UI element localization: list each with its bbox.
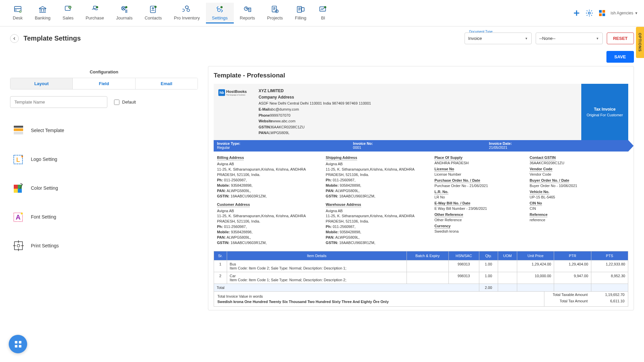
logo-setting-icon: L <box>12 153 25 166</box>
back-button[interactable] <box>10 34 19 43</box>
nav-filling[interactable]: Filling <box>289 3 312 23</box>
template-preview: Template - Professional hbHostBooks®The … <box>208 66 634 310</box>
nav-sales[interactable]: Sales <box>57 3 80 23</box>
color-setting-icon <box>12 182 25 194</box>
add-icon[interactable] <box>573 9 581 17</box>
save-button[interactable]: SAVE <box>606 51 634 63</box>
nav-projects[interactable]: Projects <box>261 3 289 23</box>
tab-layout[interactable]: Layout <box>10 78 72 89</box>
desk-icon <box>13 5 22 14</box>
nav-contacts[interactable]: Contacts <box>139 3 168 23</box>
svg-rect-14 <box>272 6 276 12</box>
inventory-icon <box>182 5 192 14</box>
default-checkbox[interactable]: Default <box>114 100 136 105</box>
svg-text:hb: hb <box>219 90 224 95</box>
top-nav: Desk Banking Sales Purchase Journals Con… <box>0 0 644 26</box>
page-title: Template Settings <box>23 35 465 42</box>
gear-icon[interactable] <box>585 9 593 17</box>
svg-point-10 <box>218 9 221 12</box>
purchase-icon <box>90 5 100 14</box>
journals-icon <box>120 5 129 14</box>
nav-proinventory[interactable]: Pro Inventory <box>168 3 206 23</box>
svg-rect-27 <box>14 132 23 134</box>
config-tabs: Layout Field Email <box>10 78 198 89</box>
svg-text:A: A <box>16 214 20 221</box>
svg-rect-16 <box>298 6 302 12</box>
menu-logo-setting[interactable]: LLogo Setting <box>10 145 198 174</box>
items-table: Sr.Item DetailsBatch & ExpiryHSN/SACQty.… <box>214 251 628 292</box>
nav-bi[interactable]: BI <box>312 3 334 23</box>
invoice-strip: Invoice Type:Regular Invoice No:0001 Inv… <box>214 140 628 152</box>
svg-rect-32 <box>14 189 18 193</box>
document-type-select[interactable]: Invoice <box>465 33 532 44</box>
nav-reports[interactable]: Reports <box>234 3 261 23</box>
svg-point-9 <box>154 6 157 8</box>
svg-rect-3 <box>93 6 96 8</box>
svg-point-19 <box>324 6 327 8</box>
svg-point-36 <box>21 213 23 215</box>
filling-icon <box>296 5 305 14</box>
svg-rect-21 <box>599 10 602 13</box>
menu-print-settings[interactable]: Print Settings <box>10 231 198 260</box>
bi-icon <box>318 5 328 14</box>
svg-rect-13 <box>249 8 251 12</box>
svg-text:HostBooks: HostBooks <box>226 89 247 94</box>
svg-rect-24 <box>602 13 605 16</box>
settings-icon <box>215 5 224 14</box>
svg-rect-30 <box>14 185 18 189</box>
options-tab[interactable]: OPTIONS <box>636 27 644 58</box>
projects-icon <box>270 5 280 14</box>
svg-rect-26 <box>14 128 23 131</box>
tab-email[interactable]: Email <box>135 78 198 89</box>
preview-title: Template - Professional <box>214 72 628 79</box>
svg-point-11 <box>220 6 223 8</box>
logo-icon: hbHostBooks®The language of business <box>218 88 252 136</box>
menu-select-template[interactable]: Select Template <box>10 116 198 145</box>
svg-rect-22 <box>602 10 605 13</box>
svg-point-38 <box>17 244 20 247</box>
banking-icon <box>38 5 47 14</box>
svg-point-8 <box>152 8 154 9</box>
apps-icon[interactable] <box>598 9 606 17</box>
nav-banking[interactable]: Banking <box>29 3 57 23</box>
svg-rect-23 <box>599 13 602 16</box>
template-name-input[interactable] <box>10 96 107 108</box>
second-select[interactable]: --None-- <box>536 33 603 44</box>
svg-text:L: L <box>16 157 20 163</box>
svg-point-20 <box>588 12 590 14</box>
contacts-icon <box>149 5 158 14</box>
nav-settings[interactable]: Settings <box>206 3 234 23</box>
reports-icon <box>243 5 252 14</box>
nav-journals[interactable]: Journals <box>110 3 139 23</box>
company-selector[interactable]: ish Agencies▾ <box>611 11 637 15</box>
menu-color-setting[interactable]: Color Setting <box>10 174 198 202</box>
svg-rect-25 <box>14 126 23 128</box>
sales-icon <box>63 5 73 14</box>
menu-font-setting[interactable]: AFont Setting <box>10 202 198 231</box>
svg-point-6 <box>125 6 127 8</box>
template-icon <box>12 124 25 137</box>
font-setting-icon: A <box>12 210 25 223</box>
svg-point-4 <box>96 6 98 8</box>
tab-field[interactable]: Field <box>72 78 135 89</box>
svg-text:The language of business: The language of business <box>226 94 246 96</box>
reset-button[interactable]: RESET <box>607 33 634 44</box>
nav-desk[interactable]: Desk <box>7 3 29 23</box>
nav-purchase[interactable]: Purchase <box>79 3 110 23</box>
tax-invoice-badge: Tax Invoice Original For Customer <box>581 84 628 140</box>
config-header: Configuration <box>10 66 198 78</box>
print-settings-icon <box>12 239 25 252</box>
svg-rect-33 <box>18 189 22 193</box>
